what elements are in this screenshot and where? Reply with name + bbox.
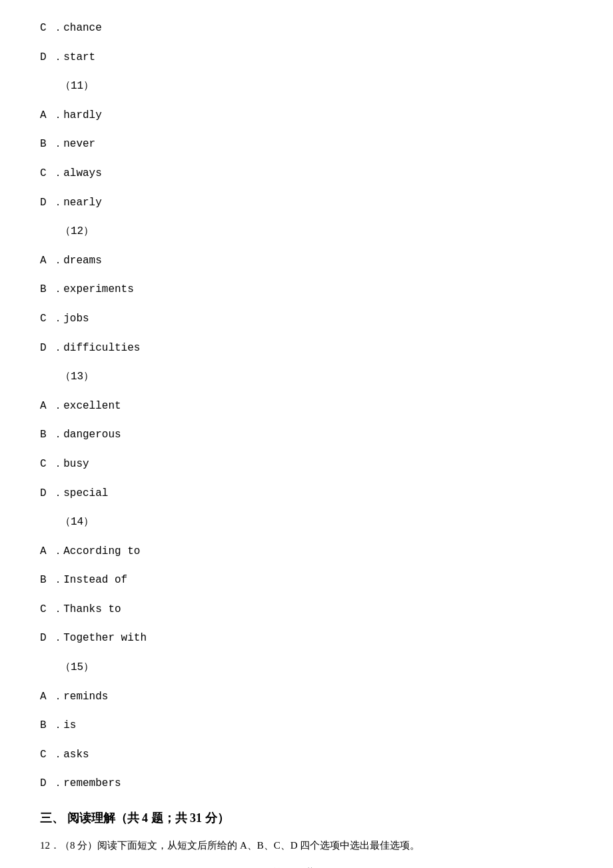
a12-text: A ．dreams [40,255,102,267]
d12-line: D ．difficulties [40,340,573,357]
a11-text: A ．hardly [40,109,102,121]
c14-line: C ．Thanks to [40,601,573,619]
b11-text: B ．never [40,138,95,150]
question12-text: 12．（8 分）阅读下面短文，从短文后所给的 A、B、C、D 四个选项中选出最佳… [40,837,573,853]
d-start-text: D ．start [40,51,95,63]
b11-line: B ．never [40,136,573,153]
d-start-line: D ．start [40,49,573,67]
d11-line: D ．nearly [40,195,573,212]
q13-text: （13） [60,371,94,383]
b14-text: B ．Instead of [40,574,127,586]
d13-line: D ．special [40,485,573,503]
d13-text: D ．special [40,487,108,499]
q15-text: （15） [60,661,94,673]
c12-line: C ．jobs [40,311,573,328]
d15-text: D ．remembers [40,777,121,789]
b13-line: B ．dangerous [40,427,573,444]
q15-label: （15） [47,659,573,677]
a15-text: A ．reminds [40,691,108,703]
b14-line: B ．Instead of [40,572,573,589]
a14-line: A ．According to [40,543,573,561]
c15-line: C ．asks [40,747,573,764]
d14-text: D ．Together with [40,632,147,644]
q12-label: （12） [47,223,573,241]
a11-line: A ．hardly [40,107,573,125]
c15-text: C ．asks [40,749,89,761]
c12-text: C ．jobs [40,313,89,325]
c11-line: C ．always [40,165,573,183]
c11-text: C ．always [40,167,102,179]
section3-header: 三、 阅读理解（共 4 题；共 31 分） [40,809,573,828]
b12-text: B ．experiments [40,283,134,295]
q14-text: （14） [60,516,94,528]
q13-label: （13） [47,369,573,386]
b13-text: B ．dangerous [40,429,121,441]
b15-text: B ．is [40,719,76,731]
a13-line: A ．excellent [40,398,573,415]
q11-label: （11） [47,78,573,95]
b12-line: B ．experiments [40,281,573,299]
c-chance-line: C ．chance [40,20,573,37]
d11-text: D ．nearly [40,197,102,209]
d14-line: D ．Together with [40,630,573,647]
d12-text: D ．difficulties [40,342,140,354]
q12-text: （12） [60,225,94,237]
q14-label: （14） [47,514,573,531]
c14-text: C ．Thanks to [40,603,121,615]
d15-line: D ．remembers [40,775,573,793]
c13-text: C ．busy [40,458,89,470]
b15-line: B ．is [40,717,573,735]
a13-text: A ．excellent [40,400,121,412]
q11-text: （11） [60,80,94,92]
c-chance-text: C ．chance [40,22,102,34]
c13-line: C ．busy [40,456,573,473]
a12-line: A ．dreams [40,253,573,270]
a14-text: A ．According to [40,545,140,557]
a15-line: A ．reminds [40,689,573,706]
